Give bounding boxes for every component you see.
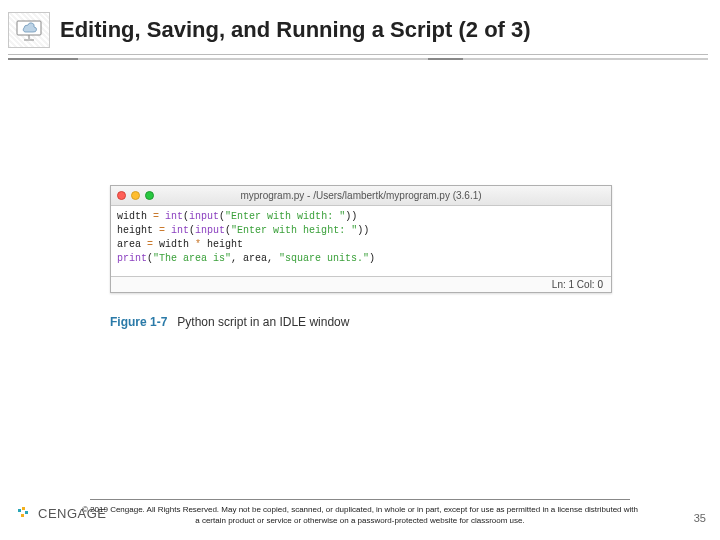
idle-statusbar: Ln: 1 Col: 0 xyxy=(111,276,611,292)
figure-caption: Figure 1-7Python script in an IDLE windo… xyxy=(110,315,612,329)
figure-text: Python script in an IDLE window xyxy=(177,315,349,329)
page-number: 35 xyxy=(694,512,706,524)
copyright-text: © 2019 Cengage. All Rights Reserved. May… xyxy=(80,504,640,526)
idle-window: myprogram.py - /Users/lambertk/myprogram… xyxy=(110,185,612,293)
idle-titlebar: myprogram.py - /Users/lambertk/myprogram… xyxy=(111,186,611,206)
figure-label: Figure 1-7 xyxy=(110,315,167,329)
footer-divider xyxy=(90,499,630,500)
idle-window-title: myprogram.py - /Users/lambertk/myprogram… xyxy=(111,190,611,201)
title-divider xyxy=(8,54,708,68)
code-area: width = int(input("Enter with width: "))… xyxy=(111,206,611,276)
page-title: Editing, Saving, and Running a Script (2… xyxy=(60,17,531,43)
slide-icon xyxy=(8,12,50,48)
